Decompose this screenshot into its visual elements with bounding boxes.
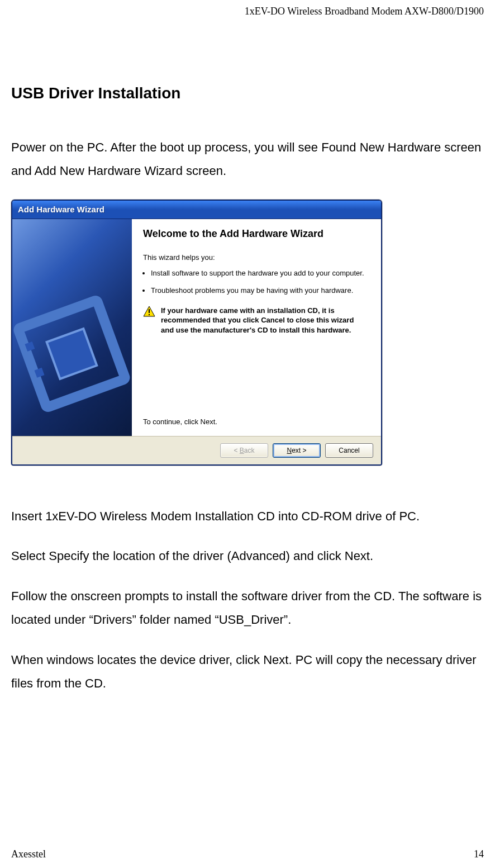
instruction-paragraph: When windows locates the device driver, …: [11, 648, 484, 695]
intro-paragraph: Power on the PC. After the boot up proce…: [11, 136, 484, 183]
wizard-warning-row: If your hardware came with an installati…: [143, 306, 371, 335]
dialog-body: Welcome to the Add Hardware Wizard This …: [12, 219, 381, 436]
wizard-bullet-item: Troubleshoot problems you may be having …: [151, 286, 371, 296]
instruction-paragraph: Insert 1xEV-DO Wireless Modem Installati…: [11, 505, 484, 528]
wizard-bullet-item: Install software to support the hardware…: [151, 268, 371, 278]
svg-rect-6: [149, 314, 150, 315]
dialog-titlebar[interactable]: Add Hardware Wizard: [12, 201, 381, 219]
instruction-paragraph: Follow the onscreen prompts to install t…: [11, 585, 484, 632]
warning-icon: [143, 306, 155, 319]
wizard-content-area: Welcome to the Add Hardware Wizard This …: [132, 219, 381, 436]
instruction-paragraph: Select Specify the location of the drive…: [11, 544, 484, 568]
svg-rect-1: [47, 329, 97, 379]
back-button: < Back: [220, 443, 268, 458]
document-page: 1xEV-DO Wireless Broadband Modem AXW-D80…: [0, 0, 495, 868]
footer-left: Axesstel: [11, 848, 46, 860]
hardware-icon: [12, 279, 132, 425]
section-heading: USB Driver Installation: [11, 84, 484, 102]
wizard-bullet-list: Install software to support the hardware…: [151, 268, 371, 296]
running-header: 1xEV-DO Wireless Broadband Modem AXW-D80…: [11, 6, 484, 17]
wizard-continue-text: To continue, click Next.: [143, 418, 217, 426]
wizard-sidebar-graphic: [12, 219, 132, 436]
cancel-button[interactable]: Cancel: [325, 443, 373, 458]
wizard-warning-text: If your hardware came with an installati…: [161, 306, 365, 335]
page-number: 14: [474, 848, 484, 860]
dialog-title-text: Add Hardware Wizard: [18, 205, 104, 214]
wizard-heading: Welcome to the Add Hardware Wizard: [143, 228, 371, 240]
wizard-button-row: < Back Next > Cancel: [12, 436, 381, 464]
next-button[interactable]: Next >: [273, 443, 321, 458]
page-footer: Axesstel 14: [11, 848, 484, 860]
wizard-help-label: This wizard helps you:: [143, 253, 371, 262]
svg-rect-5: [149, 309, 150, 313]
add-hardware-wizard-dialog: Add Hardware Wizard Welcome to the Add H…: [11, 200, 382, 466]
